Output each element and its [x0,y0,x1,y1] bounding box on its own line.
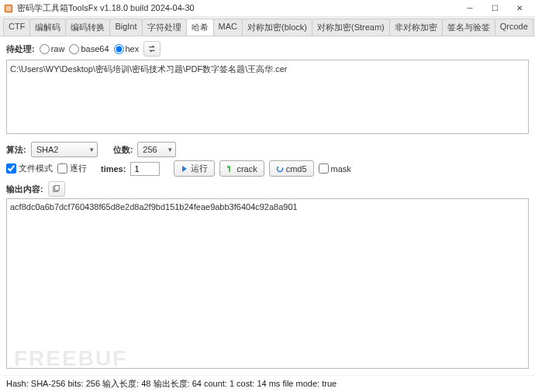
algo-label: 算法: [6,144,26,156]
tab-11[interactable]: Qrcode [495,19,533,36]
swap-button[interactable] [143,41,160,57]
single-line-label: 逐行 [70,163,87,174]
mask-label: mask [331,164,351,174]
radio-base64-label: base64 [81,44,109,53]
run-button[interactable]: 运行 [174,160,215,177]
output-textarea[interactable] [6,198,529,369]
tab-1[interactable]: 编解码 [29,19,66,36]
mask-input[interactable] [319,163,329,174]
cmd5-label: cmd5 [286,164,307,174]
tab-10[interactable]: 签名与验签 [442,19,495,36]
run-label: 运行 [191,163,208,174]
hammer-icon [226,165,234,173]
maximize-button[interactable]: ☐ [482,1,507,16]
single-line-input[interactable] [57,163,67,174]
file-mode-label: 文件模式 [19,163,53,174]
swap-icon [147,44,157,53]
tab-0[interactable]: CTF [3,19,30,36]
play-icon [181,165,188,173]
statusbar: Hash: SHA-256 bits: 256 输入长度: 48 输出长度: 6… [0,375,535,392]
tabbar: CTF编解码编码转换BigInt字符处理哈希MAC对称加密(block)对称加密… [0,17,535,36]
tab-6[interactable]: MAC [213,19,243,36]
bits-select[interactable]: 256 [137,142,176,157]
bits-label: 位数: [113,144,133,156]
tab-9[interactable]: 非对称加密 [389,19,443,36]
copy-icon [52,185,60,194]
tab-4[interactable]: 字符处理 [142,19,187,36]
controls-row: 文件模式 逐行 times: 运行 crack cmd5 mask [6,160,529,177]
tab-7[interactable]: 对称加密(block) [242,19,312,36]
svg-point-4 [277,166,282,171]
algo-row: 算法: SHA2 位数: 256 [6,142,529,157]
svg-rect-6 [55,185,60,190]
mask-checkbox[interactable]: mask [319,163,351,174]
bits-value: 256 [143,145,157,154]
close-button[interactable]: ✕ [507,1,532,16]
times-input[interactable] [130,162,160,176]
radio-hex-label: hex [126,44,140,53]
tab-5[interactable]: 哈希 [186,19,214,36]
crack-label: crack [236,164,257,174]
radio-base64-input[interactable] [69,44,79,54]
loading-icon [276,165,284,173]
copy-button[interactable] [48,181,65,197]
radio-raw-label: raw [51,44,65,53]
svg-rect-3 [229,167,230,172]
pending-row: 待处理: raw base64 hex [6,41,529,57]
radio-raw-input[interactable] [40,44,50,54]
input-textarea[interactable] [6,60,529,134]
crack-button[interactable]: crack [219,160,264,177]
radio-hex[interactable]: hex [114,44,140,54]
single-line-checkbox[interactable]: 逐行 [57,163,87,174]
output-header: 输出内容: [6,181,529,197]
window-title: 密码学工具箱ToolsFx v1.18.0 build 2024-04-30 [17,2,457,14]
svg-rect-1 [6,5,12,11]
algo-select[interactable]: SHA2 [31,142,98,157]
app-icon [3,3,14,14]
tab-8[interactable]: 对称加密(Stream) [312,19,390,36]
algo-value: SHA2 [36,145,59,154]
minimize-button[interactable]: ─ [457,1,482,16]
tab-2[interactable]: 编码转换 [65,19,110,36]
times-label: times: [101,164,126,174]
radio-base64[interactable]: base64 [69,44,109,54]
cmd5-button[interactable]: cmd5 [269,160,314,177]
radio-raw[interactable]: raw [40,44,65,54]
file-mode-input[interactable] [6,163,16,174]
titlebar: 密码学工具箱ToolsFx v1.18.0 build 2024-04-30 ─… [0,0,535,17]
pending-label: 待处理: [6,43,35,55]
file-mode-checkbox[interactable]: 文件模式 [6,163,53,174]
radio-hex-input[interactable] [114,44,124,54]
window-controls: ─ ☐ ✕ [457,1,532,16]
tab-3[interactable]: BigInt [109,19,142,36]
output-label: 输出内容: [6,184,43,195]
